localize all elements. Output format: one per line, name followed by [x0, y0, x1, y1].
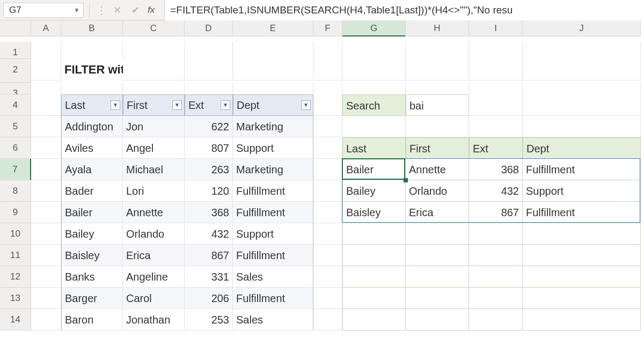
table1-header[interactable]: Dept▼ [233, 94, 313, 116]
result-empty[interactable] [469, 245, 523, 266]
name-box[interactable]: G7 ▼ [3, 3, 84, 18]
cell[interactable] [31, 180, 61, 202]
cell[interactable] [313, 245, 342, 266]
table-row-first[interactable]: Lori [123, 180, 185, 202]
table-row-dept[interactable]: Support [233, 223, 313, 245]
cell[interactable] [31, 266, 61, 288]
filter-dropdown-icon[interactable]: ▼ [221, 100, 230, 110]
filter-dropdown-icon[interactable]: ▼ [301, 100, 311, 110]
col-header-H[interactable]: H [406, 20, 469, 36]
cell[interactable] [406, 59, 469, 80]
table-row-ext[interactable]: 263 [185, 159, 233, 180]
result-empty[interactable] [342, 309, 406, 330]
result-first[interactable]: Erica [406, 202, 469, 223]
table-row-ext[interactable]: 331 [185, 266, 233, 288]
table-row-last[interactable]: Baisley [61, 245, 123, 266]
cell[interactable] [313, 116, 342, 137]
row-header-1[interactable]: 1 [0, 42, 31, 59]
result-empty[interactable] [469, 223, 523, 245]
table-row-dept[interactable]: Sales [233, 266, 313, 288]
table-row-last[interactable]: Banks [61, 266, 123, 288]
result-first[interactable]: Annette [406, 159, 469, 180]
chevron-down-icon[interactable]: ▼ [74, 6, 80, 14]
result-empty[interactable] [523, 288, 641, 309]
table-row-ext[interactable]: 432 [185, 223, 233, 245]
cell[interactable] [31, 116, 61, 137]
cell[interactable] [233, 59, 313, 80]
row-header-3[interactable]: 3 [0, 83, 31, 94]
table-row-last[interactable]: Addington [61, 116, 123, 137]
cell[interactable] [313, 309, 342, 330]
col-header-G[interactable]: G [342, 20, 406, 36]
row-header-10[interactable]: 10 [0, 223, 31, 245]
row-header-7[interactable]: 7 [0, 159, 31, 180]
cell[interactable] [313, 180, 342, 202]
result-empty[interactable] [523, 309, 641, 330]
cell[interactable] [313, 137, 342, 159]
insert-function-button[interactable]: fx [148, 5, 155, 16]
cell[interactable] [313, 94, 342, 116]
result-empty[interactable] [342, 245, 406, 266]
table-row-last[interactable]: Ayala [61, 159, 123, 180]
results-header[interactable]: Dept [523, 137, 641, 159]
table-row-ext[interactable]: 206 [185, 288, 233, 309]
results-header[interactable]: Last [342, 137, 406, 159]
result-empty[interactable] [406, 309, 469, 330]
cell[interactable] [523, 59, 641, 80]
table-row-first[interactable]: Jonathan [123, 309, 185, 330]
row-header-12[interactable]: 12 [0, 266, 31, 288]
col-header-A[interactable]: A [31, 20, 61, 36]
result-dept[interactable]: Fulfillment [523, 202, 641, 223]
filter-dropdown-icon[interactable]: ▼ [172, 100, 182, 110]
row-header-14[interactable]: 14 [0, 309, 31, 330]
table-row-first[interactable]: Orlando [123, 223, 185, 245]
table-row-first[interactable]: Michael [123, 159, 185, 180]
cell[interactable] [31, 288, 61, 309]
table-row-ext[interactable]: 807 [185, 137, 233, 159]
formula-input[interactable]: =FILTER(Table1,ISNUMBER(SEARCH(H4,Table1… [164, 0, 644, 20]
row-header-11[interactable]: 11 [0, 245, 31, 266]
cell[interactable] [469, 116, 523, 137]
cell[interactable] [342, 116, 406, 137]
row-header-6[interactable]: 6 [0, 137, 31, 159]
cell[interactable] [31, 202, 61, 223]
result-empty[interactable] [406, 266, 469, 288]
result-ext[interactable]: 368 [469, 159, 523, 180]
table-row-dept[interactable]: Fulfillment [233, 245, 313, 266]
table-row-ext[interactable]: 622 [185, 116, 233, 137]
table-row-dept[interactable]: Marketing [233, 159, 313, 180]
table-row-last[interactable]: Bader [61, 180, 123, 202]
cell[interactable] [31, 245, 61, 266]
table-row-dept[interactable]: Fulfillment [233, 288, 313, 309]
col-header-I[interactable]: I [469, 20, 523, 36]
result-ext[interactable]: 432 [469, 180, 523, 202]
result-empty[interactable] [469, 288, 523, 309]
table-row-ext[interactable]: 368 [185, 202, 233, 223]
col-header-B[interactable]: B [61, 20, 123, 36]
table-row-dept[interactable]: Fulfillment [233, 202, 313, 223]
result-ext[interactable]: 867 [469, 202, 523, 223]
table-row-first[interactable]: Erica [123, 245, 185, 266]
cell[interactable] [406, 116, 469, 137]
table-row-ext[interactable]: 253 [185, 309, 233, 330]
more-icon[interactable]: ⋮ [95, 4, 108, 17]
row-header-9[interactable]: 9 [0, 202, 31, 223]
fill-handle[interactable] [404, 178, 408, 182]
result-empty[interactable] [523, 266, 641, 288]
result-empty[interactable] [406, 245, 469, 266]
cell[interactable] [313, 159, 342, 180]
table-row-last[interactable]: Aviles [61, 137, 123, 159]
result-empty[interactable] [406, 288, 469, 309]
table-row-dept[interactable]: Support [233, 137, 313, 159]
result-empty[interactable] [523, 245, 641, 266]
row-header-8[interactable]: 8 [0, 180, 31, 202]
result-last[interactable]: Bailey [342, 180, 406, 202]
cell[interactable] [523, 116, 641, 137]
table-row-dept[interactable]: Fulfillment [233, 180, 313, 202]
cell[interactable] [31, 309, 61, 330]
col-header-D[interactable]: D [185, 20, 233, 36]
result-empty[interactable] [342, 223, 406, 245]
cell[interactable] [313, 59, 342, 80]
col-header-J[interactable]: J [523, 20, 641, 36]
result-dept[interactable]: Support [523, 180, 641, 202]
